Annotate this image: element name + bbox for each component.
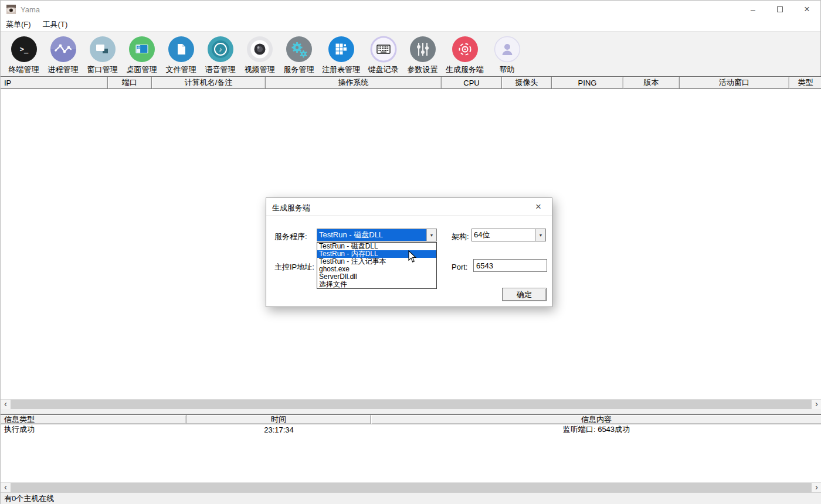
column-header-active-window[interactable]: 活动窗口 [680,77,789,88]
scroll-left-icon: ‹ [4,399,7,408]
toolbar-button-desktop[interactable]: 桌面管理 [125,36,158,76]
dropdown-item[interactable]: ServerDll.dll [317,273,436,281]
build-server-icon [452,36,479,63]
toolbar-button-window-mgmt[interactable]: 窗口管理 [86,36,118,76]
toolbar-button-terminal[interactable]: >_ 终端管理 [8,36,40,76]
menu-item-tools[interactable]: 工具(T) [37,18,74,31]
window-mgmt-icon [89,36,116,63]
dialog-close-button[interactable]: × [530,200,547,214]
settings-icon [409,36,436,63]
dropdown-item-selected[interactable]: TestRun - 内存DLL [317,250,436,258]
maximize-icon [777,6,783,12]
desktop-icon [128,36,155,63]
scroll-left-button[interactable]: ‹ [1,483,11,492]
column-header-port[interactable]: 端口 [108,77,152,88]
svg-text:>_: >_ [19,45,28,54]
svg-text:♪: ♪ [219,46,222,53]
port-input[interactable] [473,259,547,272]
toolbar-button-settings[interactable]: 参数设置 [406,36,439,76]
info-table-header: 信息类型 时间 信息内容 [1,414,821,424]
column-header-type[interactable]: 类型 [789,77,821,88]
panel-splitter[interactable] [1,409,821,414]
scroll-right-icon: › [815,399,818,408]
mouse-cursor [408,250,417,263]
dropdown-item[interactable]: 选择文件 [317,281,436,288]
column-header-ping[interactable]: PING [552,77,623,88]
toolbar-button-registry[interactable]: 注册表管理 [322,36,360,76]
column-header-cpu[interactable]: CPU [442,77,502,88]
dialog-titlebar: 生成服务端 × [266,198,552,216]
scroll-left-button[interactable]: ‹ [1,400,11,409]
info-row[interactable]: 执行成功 23:17:34 监听端口: 6543成功 [1,424,821,435]
dropdown-item[interactable]: TestRun - 注入记事本 [317,258,436,265]
horizontal-scrollbar-thumb[interactable] [11,483,812,492]
toolbar-label: 生成服务端 [446,64,484,75]
scroll-right-icon: › [815,482,818,492]
toolbar-label: 注册表管理 [322,64,360,75]
scroll-right-button[interactable]: › [812,483,821,492]
port-label: Port: [452,263,467,271]
column-header-version[interactable]: 版本 [623,77,680,88]
dropdown-item[interactable]: ghost.exe [317,265,436,273]
minimize-button[interactable]: – [739,1,766,18]
column-header-ip[interactable]: IP [1,77,108,88]
statusbar: 有0个主机在线 [1,492,821,504]
scroll-left-icon: ‹ [4,482,7,492]
service-dropdown-button[interactable]: ▼ [426,229,436,241]
service-program-label: 服务程序: [274,231,307,242]
column-header-time[interactable]: 时间 [186,415,371,424]
toolbar-label: 帮助 [500,64,515,75]
toolbar-button-audio[interactable]: ♪ 语音管理 [204,36,236,76]
maximize-button[interactable] [766,1,793,18]
ok-button[interactable]: 确定 [502,288,547,301]
toolbar-label: 桌面管理 [127,64,157,75]
online-hosts-status: 有0个主机在线 [4,493,54,504]
info-time-cell: 23:17:34 [186,425,371,434]
toolbar-button-process[interactable]: 进程管理 [47,36,79,76]
window-title: Yama [21,5,40,14]
toolbar-label: 进程管理 [48,64,79,75]
chevron-down-icon: ▼ [430,233,434,237]
arch-combobox[interactable]: 64位 ▼ [471,229,546,241]
service-program-combobox[interactable]: TestRun - 磁盘DLL ▼ [317,229,437,241]
keylogger-icon [370,36,397,63]
toolbar-button-keylogger[interactable]: 键盘记录 [367,36,399,76]
info-content-cell: 监听端口: 6543成功 [371,424,821,435]
toolbar-label: 键盘记录 [368,64,399,75]
process-icon [50,36,77,63]
chevron-down-icon: ▼ [539,233,543,237]
host-table-header: IP 端口 计算机名/备注 操作系统 CPU 摄像头 PING 版本 活动窗口 … [1,76,821,89]
menubar: 菜单(F) 工具(T) [1,18,820,32]
audio-icon: ♪ [207,36,234,63]
menu-item-menu[interactable]: 菜单(F) [1,18,37,31]
arch-dropdown-button[interactable]: ▼ [535,229,545,241]
close-button[interactable]: × [793,1,820,18]
toolbar-button-services[interactable]: 服务管理 [283,36,315,76]
column-header-camera[interactable]: 摄像头 [502,77,552,88]
toolbar-button-video[interactable]: 视频管理 [243,36,276,76]
host-list-hscrollbar: ‹ › [1,399,821,409]
toolbar-button-build-server[interactable]: 生成服务端 [446,36,484,76]
minimize-icon: – [751,5,755,14]
toolbar-button-file[interactable]: 文件管理 [165,36,197,76]
column-header-os[interactable]: 操作系统 [266,77,442,88]
app-window: Yama – × 菜单(F) 工具(T) >_ 终端管理 [0,0,821,504]
master-ip-label: 主控IP地址: [274,262,314,273]
arch-label: 架构: [452,231,469,242]
dropdown-item[interactable]: TestRun - 磁盘DLL [317,243,436,250]
toolbar-label: 参数设置 [408,64,438,75]
scroll-right-button[interactable]: › [812,400,821,409]
dialog-title: 生成服务端 [272,203,310,213]
toolbar-label: 服务管理 [284,64,314,75]
help-icon [494,36,521,63]
horizontal-scrollbar-thumb[interactable] [11,400,812,409]
service-program-value: TestRun - 磁盘DLL [317,229,426,241]
registry-icon [328,36,355,63]
column-header-info-type[interactable]: 信息类型 [1,415,186,424]
services-icon [286,36,313,63]
column-header-info-content[interactable]: 信息内容 [371,415,821,424]
arch-value: 64位 [472,229,535,241]
toolbar-button-help[interactable]: 帮助 [491,36,523,76]
column-header-computer-name[interactable]: 计算机名/备注 [152,77,266,88]
file-icon [168,36,195,63]
